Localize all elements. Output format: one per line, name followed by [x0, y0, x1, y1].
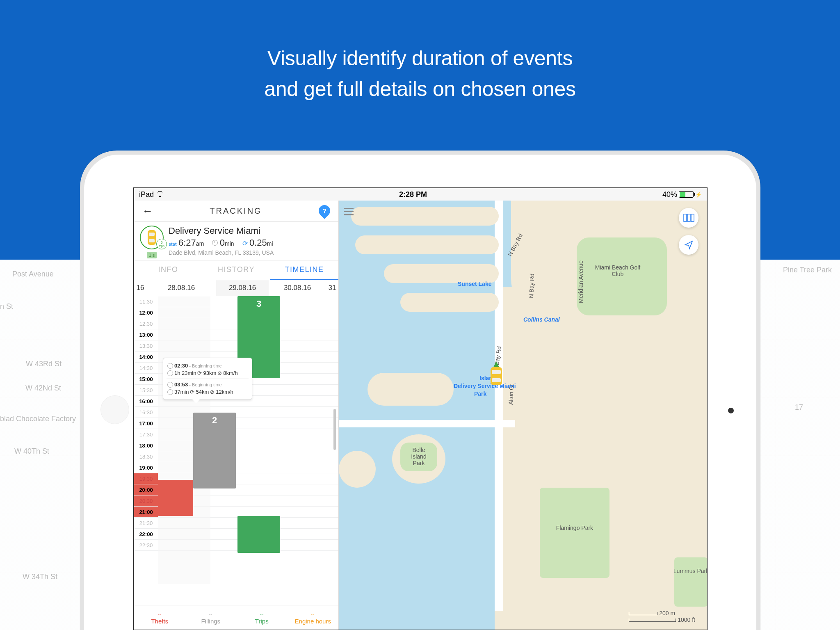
back-arrow-icon[interactable]: ← — [142, 205, 153, 217]
clock: 2:28 PM — [164, 190, 662, 199]
date-strip[interactable]: 16 28.08.16 29.08.16 30.08.16 31 — [134, 280, 338, 296]
cat-fillings[interactable]: ︿Fillings — [185, 605, 237, 630]
bg-label: W 42Nd St — [25, 384, 61, 393]
time-label: 11:30 — [134, 296, 158, 307]
vehicle-icon: 6mph — [140, 226, 164, 249]
timeline[interactable]: 11:3012:0012:3013:0013:3014:0014:3015:00… — [134, 296, 338, 605]
map-layers-button[interactable] — [679, 208, 698, 228]
clock-icon — [167, 382, 173, 388]
time-label: 12:00 — [134, 307, 158, 318]
time-label: 19:30 — [134, 473, 158, 484]
map-label: Miami Beach Golf Club — [593, 264, 642, 277]
svg-rect-2 — [149, 239, 155, 242]
time-label: 12:30 — [134, 318, 158, 329]
speed-icon: ⊘ — [210, 389, 215, 395]
status-bar: iPad 2:28 PM 40% ⚡ — [134, 188, 707, 201]
map-label: N Bay Rd — [528, 274, 535, 298]
time-label: 22:00 — [134, 529, 158, 540]
bottom-categories: ︿Thefts ︿Fillings ︿Trips ︿Engine hours — [134, 605, 338, 630]
map-label: Lummus Park — [673, 568, 708, 574]
map-label: Collins Canal — [523, 316, 560, 323]
vehicle-summary[interactable]: 6mph 1 s Delivery Service Miami stat 6:2… — [134, 221, 338, 260]
map-label: Park — [474, 390, 486, 397]
clock-icon — [167, 370, 173, 376]
stat-time: stat 6:27am — [169, 237, 204, 248]
clock-icon — [167, 363, 173, 369]
time-label: 15:00 — [134, 374, 158, 385]
home-button[interactable] — [100, 395, 129, 424]
cat-engine[interactable]: ︿Engine hours — [288, 605, 339, 630]
map-label: Sunset Lake — [458, 281, 491, 287]
location-pin-icon[interactable]: ? — [316, 203, 333, 219]
cat-thefts[interactable]: ︿Thefts — [134, 605, 185, 630]
charge-icon: ⚡ — [695, 192, 702, 198]
tab-history[interactable]: HISTORY — [202, 260, 270, 280]
time-label: 17:00 — [134, 418, 158, 429]
sat-age-badge: 1 s — [147, 252, 157, 258]
event-filling[interactable]: 2 — [193, 413, 236, 488]
car-icon — [491, 367, 502, 385]
stat-duration: 0min — [212, 237, 234, 248]
time-label: 19:00 — [134, 462, 158, 473]
bg-label: 17 — [795, 403, 803, 412]
event-theft[interactable] — [158, 480, 193, 516]
scrollbar[interactable] — [333, 409, 336, 450]
scale-bar: 200 m 1000 ft — [629, 610, 695, 623]
distance-icon: ⟳ — [190, 389, 194, 395]
chevron-up-icon: ︿ — [208, 611, 213, 617]
chevron-up-icon: ︿ — [260, 611, 264, 617]
date[interactable]: 30.08.16 — [269, 280, 326, 296]
panel-header: ← TRACKING ? — [134, 201, 338, 221]
headline-2: and get full details on chosen ones — [264, 74, 576, 105]
speed-icon: ⊘ — [217, 370, 222, 376]
battery-pct: 40% — [662, 190, 677, 199]
distance-icon: ⟳ — [197, 370, 202, 376]
clock-icon — [167, 389, 173, 395]
date[interactable]: 28.08.16 — [146, 280, 216, 296]
svg-rect-1 — [149, 233, 155, 236]
device-name: iPad — [139, 190, 154, 199]
event-tooltip: 02:30 - Beginning time 1h 23min ⟳93km ⊘8… — [163, 358, 252, 400]
panel-title: TRACKING — [153, 206, 319, 216]
date-next[interactable]: 31 — [326, 280, 338, 296]
time-label: 14:00 — [134, 352, 158, 363]
date-selected[interactable]: 29.08.16 — [216, 280, 269, 296]
map-label: Delivery Service Miami — [454, 383, 516, 389]
time-label: 13:00 — [134, 329, 158, 340]
map-label: Flamingo Park — [544, 525, 605, 531]
chevron-up-icon: ︿ — [158, 611, 162, 617]
speed-badge: 6mph — [156, 239, 167, 249]
cat-trips[interactable]: ︿Trips — [236, 605, 288, 630]
time-label: 20:30 — [134, 495, 158, 507]
bg-label: W 34Th St — [23, 573, 57, 581]
time-label: 21:30 — [134, 518, 158, 529]
camera-dot — [728, 408, 734, 413]
battery-icon — [679, 191, 694, 198]
vehicle-address: Dade Blvd, Miami Beach, FL 33139, USA — [169, 249, 333, 256]
bg-label: blad Chocolate Factory — [0, 415, 76, 423]
clock-icon — [212, 240, 218, 246]
park-lummus — [674, 557, 708, 607]
time-label: 16:00 — [134, 396, 158, 407]
date-prev[interactable]: 16 — [134, 280, 146, 296]
tab-timeline[interactable]: TIMELINE — [270, 260, 338, 280]
wifi-icon — [156, 192, 164, 197]
time-label: 17:30 — [134, 429, 158, 440]
menu-button[interactable] — [344, 208, 354, 215]
event-trip[interactable] — [237, 516, 280, 553]
tab-info[interactable]: INFO — [134, 260, 202, 280]
vehicle-marker[interactable] — [491, 361, 502, 385]
time-label: 16:30 — [134, 407, 158, 418]
time-label: 13:30 — [134, 340, 158, 352]
ipad-frame: iPad 2:28 PM 40% ⚡ ← TRACKING ? — [80, 151, 760, 630]
time-label: 14:30 — [134, 363, 158, 374]
time-label: 18:30 — [134, 451, 158, 462]
distance-icon: ⟳ — [242, 240, 248, 247]
tabs: INFO HISTORY TIMELINE — [134, 260, 338, 280]
bg-label: W 43Rd St — [26, 360, 62, 368]
svg-rect-0 — [148, 230, 156, 245]
bg-label: n St — [0, 302, 13, 311]
map-panel[interactable]: Sunset Lake N Bay Rd N Bay Rd Miami Beac… — [339, 201, 707, 630]
locate-button[interactable] — [679, 235, 698, 255]
bg-label: Pine Tree Park — [783, 266, 832, 274]
